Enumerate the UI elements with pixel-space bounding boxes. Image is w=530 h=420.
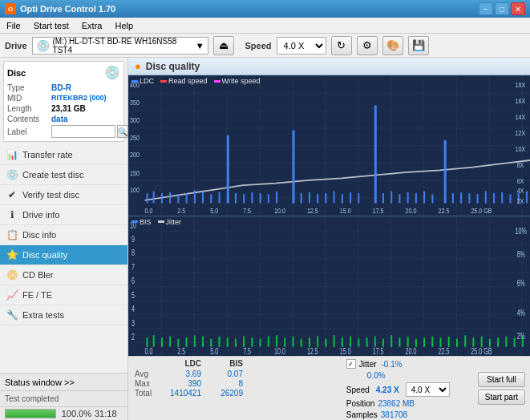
svg-text:7: 7 xyxy=(131,262,135,272)
position-val: 23862 MB xyxy=(378,399,415,408)
speed-select[interactable]: 4.0 X 8.0 X 12.0 X xyxy=(277,37,326,55)
nav-extra-tests[interactable]: 🔧 Extra tests xyxy=(0,305,127,325)
app-icon: O xyxy=(5,3,16,14)
stats-total-row: Total 1410421 26209 xyxy=(133,389,343,398)
svg-rect-86 xyxy=(227,337,229,347)
svg-text:4%: 4% xyxy=(517,308,525,317)
svg-rect-76 xyxy=(146,337,148,347)
svg-text:17.5: 17.5 xyxy=(373,346,384,356)
nav-fe-te[interactable]: 📈 FE / TE xyxy=(0,285,127,305)
svg-rect-32 xyxy=(407,192,409,204)
svg-text:20.0: 20.0 xyxy=(406,207,417,215)
speed-label: Speed xyxy=(245,41,272,50)
charts-container: LDC Read speed Write speed xyxy=(128,75,530,356)
refresh-button[interactable]: ↻ xyxy=(331,36,352,55)
svg-rect-43 xyxy=(501,192,503,204)
nav-disc-info[interactable]: 📋 Disc info xyxy=(0,225,127,245)
start-full-button[interactable]: Start full xyxy=(478,372,525,387)
color-button[interactable]: 🎨 xyxy=(382,36,403,55)
disc-quality-header-icon: ● xyxy=(135,60,141,72)
svg-rect-7 xyxy=(186,193,188,203)
speed-info-label: Speed xyxy=(346,386,370,394)
chart-bottom-svg: 0.0 2.5 5.0 7.5 10.0 12.5 15.0 17.5 20.0… xyxy=(128,216,530,357)
length-label: Length xyxy=(7,104,51,113)
status-window-label: Status window >> xyxy=(5,378,75,387)
label-search-button[interactable]: 🔍 xyxy=(117,125,128,138)
sidebar: Disc 💿 Type BD-R MID RITEKBR2 (000) Leng… xyxy=(0,58,128,420)
svg-text:9: 9 xyxy=(131,234,135,244)
minimize-button[interactable]: − xyxy=(479,2,493,15)
svg-rect-100 xyxy=(342,337,343,347)
cd-bler-icon: 📀 xyxy=(6,269,18,281)
svg-rect-4 xyxy=(161,193,163,203)
jitter-max-row: 0.0% xyxy=(346,371,475,380)
jitter-checkbox[interactable]: ✓ xyxy=(346,359,356,369)
speed-display-val: 4.23 X xyxy=(376,386,399,394)
nav-verify-test-disc-label: Verify test disc xyxy=(22,190,79,200)
svg-rect-89 xyxy=(251,337,253,347)
nav-verify-test-disc[interactable]: ✔ Verify test disc xyxy=(0,185,127,205)
svg-rect-27 xyxy=(358,193,359,203)
stats-max-bis: 8 xyxy=(204,379,245,388)
svg-rect-11 xyxy=(218,192,220,204)
nav-drive-info[interactable]: ℹ Drive info xyxy=(0,205,127,225)
jitter-avg-val: -0.1% xyxy=(380,360,404,369)
svg-rect-24 xyxy=(334,192,335,204)
disc-quality-header: ● Disc quality xyxy=(128,58,530,75)
menu-file[interactable]: File xyxy=(3,20,24,31)
transfer-rate-icon: 📊 xyxy=(6,149,18,160)
samples-row: Samples 381708 xyxy=(346,410,475,419)
chart-top-legend: LDC Read speed Write speed xyxy=(131,77,260,85)
nav-transfer-rate[interactable]: 📊 Transfer rate xyxy=(0,145,127,165)
nav-fe-te-label: FE / TE xyxy=(22,290,52,300)
svg-rect-36 xyxy=(444,140,447,204)
menu-start-test[interactable]: Start test xyxy=(30,20,72,31)
svg-text:100: 100 xyxy=(130,186,140,194)
svg-rect-81 xyxy=(186,337,188,347)
svg-text:25.0 GB: 25.0 GB xyxy=(471,207,492,215)
read-speed-legend-label: Read speed xyxy=(168,77,208,85)
speed-select-small[interactable]: 4.0 X 8.0 X xyxy=(406,382,450,397)
title-bar-left: O Opti Drive Control 1.70 xyxy=(5,3,115,14)
svg-rect-38 xyxy=(460,192,462,204)
disc-info-header: Disc 💿 xyxy=(7,65,120,80)
extra-tests-icon: 🔧 xyxy=(6,309,18,321)
nav-create-test-disc[interactable]: 💿 Create test disc xyxy=(0,165,127,185)
svg-rect-115 xyxy=(464,335,466,347)
nav-disc-quality[interactable]: ⭐ Disc quality xyxy=(0,245,127,265)
svg-rect-21 xyxy=(309,192,310,204)
settings-button[interactable]: ⚙ xyxy=(357,36,378,55)
save-button[interactable]: 💾 xyxy=(408,36,429,55)
menu-extra[interactable]: Extra xyxy=(79,20,106,31)
nav-cd-bler[interactable]: 📀 CD Bler xyxy=(0,265,127,285)
jitter-max-val: 0.0% xyxy=(366,371,387,380)
menu-help[interactable]: Help xyxy=(111,20,136,31)
close-button[interactable]: ✕ xyxy=(511,2,525,15)
svg-rect-22 xyxy=(317,194,318,203)
svg-text:25.0 GB: 25.0 GB xyxy=(471,346,492,356)
position-label: Position xyxy=(346,399,375,408)
read-speed-legend-dot xyxy=(160,80,167,83)
jitter-legend-dot xyxy=(158,220,164,223)
svg-text:2X: 2X xyxy=(517,197,524,205)
svg-rect-78 xyxy=(161,337,163,347)
eject-button[interactable]: ⏏ xyxy=(213,36,234,55)
svg-rect-19 xyxy=(292,131,294,204)
position-row: Position 23862 MB xyxy=(346,399,475,408)
svg-text:350: 350 xyxy=(130,99,140,107)
ldc-legend-dot xyxy=(131,80,138,83)
label-input[interactable] xyxy=(51,125,115,138)
svg-text:6%: 6% xyxy=(517,278,525,288)
svg-text:150: 150 xyxy=(130,169,140,177)
svg-rect-90 xyxy=(260,338,261,346)
drive-select-container[interactable]: 💿 (M:) HL-DT-ST BD-RE WH16NS58 TST4 ▼ xyxy=(32,37,208,55)
svg-rect-77 xyxy=(153,335,155,347)
maximize-button[interactable]: □ xyxy=(495,2,509,15)
nav-extra-tests-label: Extra tests xyxy=(22,310,64,320)
start-part-button[interactable]: Start part xyxy=(478,390,525,405)
svg-rect-121 xyxy=(514,337,516,347)
svg-rect-41 xyxy=(485,192,487,204)
nav-create-test-disc-label: Create test disc xyxy=(22,170,83,180)
svg-text:4: 4 xyxy=(131,304,135,313)
status-window[interactable]: Status window >> xyxy=(0,373,127,390)
